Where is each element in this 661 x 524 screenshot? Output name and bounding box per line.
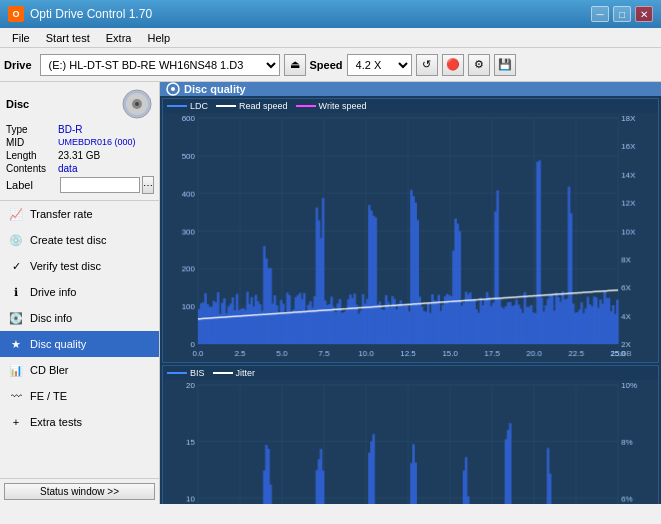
- speed-select[interactable]: 4.2 X: [347, 54, 412, 76]
- title-bar: O Opti Drive Control 1.70 ─ □ ✕: [0, 0, 661, 28]
- extra-tests-label: Extra tests: [30, 416, 82, 428]
- nav-disc-info[interactable]: 💽 Disc info: [0, 305, 159, 331]
- status-window-button[interactable]: Status window >>: [4, 483, 155, 500]
- disc-info-label: Disc info: [30, 312, 72, 324]
- disc-quality-label: Disc quality: [30, 338, 86, 350]
- label-button[interactable]: ⋯: [142, 176, 154, 194]
- disc-info-icon: 💽: [8, 310, 24, 326]
- disc-quality-header: Disc quality: [160, 82, 661, 96]
- menu-bar: File Start test Extra Help: [0, 28, 661, 48]
- create-test-label: Create test disc: [30, 234, 106, 246]
- label-input[interactable]: [60, 177, 140, 193]
- burn-button[interactable]: 🔴: [442, 54, 464, 76]
- nav-cd-bler[interactable]: 📊 CD Bler: [0, 357, 159, 383]
- toolbar: Drive (E:) HL-DT-ST BD-RE WH16NS48 1.D3 …: [0, 48, 661, 82]
- right-content: Disc quality LDC Read speed: [160, 82, 661, 504]
- sidebar: Disc Type BD-R MID UMEBDR016 (000) Lengt…: [0, 82, 160, 504]
- disc-quality-icon: ★: [8, 336, 24, 352]
- chart1-container: LDC Read speed Write speed: [162, 98, 659, 363]
- extra-tests-icon: +: [8, 414, 24, 430]
- drive-select[interactable]: (E:) HL-DT-ST BD-RE WH16NS48 1.D3: [40, 54, 280, 76]
- disc-icon: [121, 88, 153, 120]
- nav-disc-quality[interactable]: ★ Disc quality: [0, 331, 159, 357]
- length-value: 23.31 GB: [58, 150, 100, 161]
- jitter-legend: Jitter: [213, 368, 256, 378]
- eject-button[interactable]: ⏏: [284, 54, 306, 76]
- label-label: Label: [6, 179, 58, 191]
- type-label: Type: [6, 124, 58, 135]
- transfer-rate-icon: 📈: [8, 206, 24, 222]
- speed-label: Speed: [310, 59, 343, 71]
- length-label: Length: [6, 150, 58, 161]
- contents-value: data: [58, 163, 77, 174]
- menu-extra[interactable]: Extra: [98, 30, 140, 46]
- svg-point-5: [171, 87, 175, 91]
- fe-te-icon: 〰: [8, 388, 24, 404]
- verify-test-label: Verify test disc: [30, 260, 101, 272]
- cd-bler-icon: 📊: [8, 362, 24, 378]
- refresh-button[interactable]: ↺: [416, 54, 438, 76]
- type-value: BD-R: [58, 124, 82, 135]
- chart2-container: BIS Jitter: [162, 365, 659, 504]
- disc-panel-title: Disc: [6, 98, 29, 110]
- mid-value: UMEBDR016 (000): [58, 137, 136, 148]
- nav-transfer-rate[interactable]: 📈 Transfer rate: [0, 201, 159, 227]
- nav-extra-tests[interactable]: + Extra tests: [0, 409, 159, 435]
- drive-label: Drive: [4, 59, 32, 71]
- settings-button[interactable]: ⚙: [468, 54, 490, 76]
- menu-file[interactable]: File: [4, 30, 38, 46]
- menu-help[interactable]: Help: [139, 30, 178, 46]
- verify-test-icon: ✓: [8, 258, 24, 274]
- write-legend: Write speed: [296, 101, 367, 111]
- svg-point-2: [135, 102, 139, 106]
- mid-label: MID: [6, 137, 58, 148]
- app-title: Opti Drive Control 1.70: [30, 7, 152, 21]
- drive-info-label: Drive info: [30, 286, 76, 298]
- cd-bler-label: CD Bler: [30, 364, 69, 376]
- bis-legend: BIS: [167, 368, 205, 378]
- disc-panel: Disc Type BD-R MID UMEBDR016 (000) Lengt…: [0, 82, 159, 201]
- transfer-rate-label: Transfer rate: [30, 208, 93, 220]
- chart1-canvas: [163, 113, 658, 362]
- nav-fe-te[interactable]: 〰 FE / TE: [0, 383, 159, 409]
- app-icon: O: [8, 6, 24, 22]
- minimize-button[interactable]: ─: [591, 6, 609, 22]
- maximize-button[interactable]: □: [613, 6, 631, 22]
- nav-drive-info[interactable]: ℹ Drive info: [0, 279, 159, 305]
- fe-te-label: FE / TE: [30, 390, 67, 402]
- create-test-icon: 💿: [8, 232, 24, 248]
- nav-verify-test-disc[interactable]: ✓ Verify test disc: [0, 253, 159, 279]
- contents-label: Contents: [6, 163, 58, 174]
- ldc-legend: LDC: [167, 101, 208, 111]
- nav-items: 📈 Transfer rate 💿 Create test disc ✓ Ver…: [0, 201, 159, 478]
- disc-quality-header-icon: [166, 82, 180, 96]
- nav-create-test-disc[interactable]: 💿 Create test disc: [0, 227, 159, 253]
- menu-start-test[interactable]: Start test: [38, 30, 98, 46]
- close-button[interactable]: ✕: [635, 6, 653, 22]
- drive-info-icon: ℹ: [8, 284, 24, 300]
- disc-quality-title: Disc quality: [184, 83, 246, 95]
- save-button[interactable]: 💾: [494, 54, 516, 76]
- chart2-canvas: [163, 380, 658, 504]
- read-legend: Read speed: [216, 101, 288, 111]
- charts-area: LDC Read speed Write speed: [160, 96, 661, 504]
